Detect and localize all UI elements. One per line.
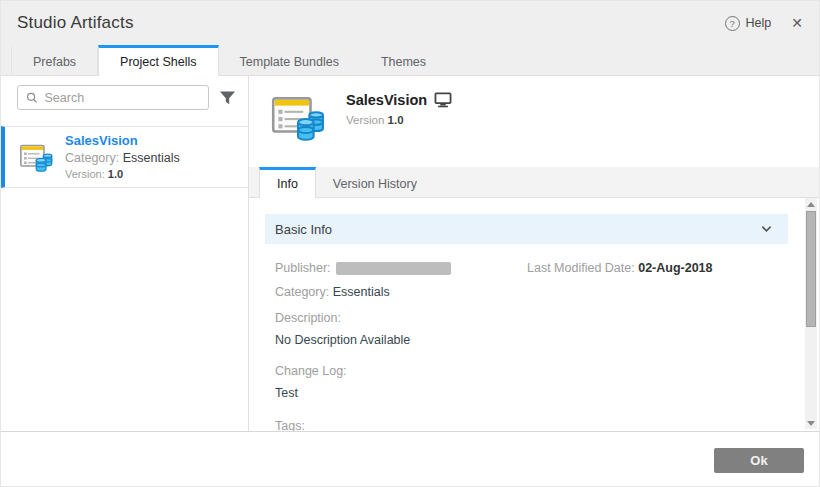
scroll-up-arrow[interactable] (805, 198, 817, 210)
tab-prefabs[interactable]: Prefabs (11, 45, 98, 75)
header-actions: ? Help ✕ (725, 15, 803, 31)
basic-info-section-header[interactable]: Basic Info (265, 214, 788, 244)
detail-tabbar: Info Version History (249, 167, 819, 198)
description-label: Description: (275, 311, 788, 325)
category-field: Category: Essentials (275, 285, 788, 299)
search-box (17, 85, 209, 110)
detail-title-block: SalesVision Version 1.0 (346, 92, 452, 126)
vertical-scrollbar[interactable] (805, 198, 817, 429)
tab-info[interactable]: Info (259, 167, 316, 198)
help-icon[interactable]: ? (725, 16, 740, 31)
last-modified-value: 02-Aug-2018 (638, 261, 712, 275)
close-icon[interactable]: ✕ (791, 15, 803, 31)
detail-scroll-area: Basic Info Publisher: Last Mo (249, 198, 819, 431)
scroll-down-arrow[interactable] (805, 417, 817, 429)
tab-themes[interactable]: Themes (360, 45, 447, 75)
item-version: Version: 1.0 (65, 169, 180, 180)
item-name: SalesVision (65, 134, 180, 147)
item-version-label: Version: (65, 168, 105, 180)
item-version-value: 1.0 (108, 168, 123, 180)
chevron-down-icon (761, 225, 772, 233)
dialog-footer: Ok (1, 431, 819, 487)
publisher-field: Publisher: (275, 261, 527, 275)
detail-panel: SalesVision Version 1.0 Info Ver (249, 76, 819, 431)
artifact-icon-large (267, 88, 325, 146)
scrollbar-thumb[interactable] (806, 211, 816, 327)
search-row (1, 76, 248, 118)
publisher-label: Publisher: (275, 261, 331, 275)
sidebar: SalesVision Category: Essentials Version… (1, 76, 249, 431)
filter-icon[interactable] (219, 90, 236, 106)
list-item-salesvision[interactable]: SalesVision Category: Essentials Version… (1, 126, 248, 188)
artifact-type-tabbar: Prefabs Project Shells Template Bundles … (1, 45, 819, 76)
detail-title-row: SalesVision (346, 92, 452, 108)
detail-version-value: 1.0 (388, 114, 404, 126)
search-icon (26, 91, 39, 105)
detail-version-row: Version 1.0 (346, 114, 452, 126)
description-value: No Description Available (275, 333, 788, 347)
publisher-row: Publisher: Last Modified Date: 02-Aug-20… (275, 261, 788, 275)
monitor-icon (434, 92, 452, 108)
change-log-label: Change Log: (275, 364, 788, 378)
tab-project-shells[interactable]: Project Shells (98, 45, 218, 76)
last-modified-field: Last Modified Date: 02-Aug-2018 (527, 261, 713, 275)
tags-label: Tags: (275, 419, 788, 431)
detail-version-label: Version (346, 114, 384, 126)
category-label: Category: (275, 285, 329, 299)
tab-version-history[interactable]: Version History (316, 167, 434, 197)
help-glyph: ? (729, 18, 734, 29)
tab-template-bundles[interactable]: Template Bundles (219, 45, 360, 75)
basic-info-title: Basic Info (275, 222, 332, 237)
search-input[interactable] (45, 91, 200, 105)
ok-button[interactable]: Ok (714, 448, 804, 473)
help-button[interactable]: Help (746, 16, 772, 30)
category-value: Essentials (333, 285, 390, 299)
change-log-value: Test (275, 386, 788, 400)
artifact-icon (17, 139, 53, 175)
main-area: SalesVision Category: Essentials Version… (1, 76, 819, 431)
dialog-header: Studio Artifacts ? Help ✕ (1, 1, 819, 45)
detail-title: SalesVision (346, 92, 427, 108)
item-category-value: Essentials (123, 151, 180, 165)
list-item-text: SalesVision Category: Essentials Version… (65, 134, 180, 181)
studio-artifacts-dialog: Studio Artifacts ? Help ✕ Prefabs Projec… (0, 0, 820, 487)
last-modified-label: Last Modified Date: (527, 261, 635, 275)
basic-info-fields: Publisher: Last Modified Date: 02-Aug-20… (265, 244, 788, 431)
publisher-value-redacted (336, 262, 451, 275)
item-category-label: Category: (65, 151, 119, 165)
page-title: Studio Artifacts (17, 13, 134, 33)
detail-content: Basic Info Publisher: Last Mo (249, 198, 819, 431)
detail-header: SalesVision Version 1.0 (249, 76, 819, 167)
item-category: Category: Essentials (65, 152, 180, 165)
